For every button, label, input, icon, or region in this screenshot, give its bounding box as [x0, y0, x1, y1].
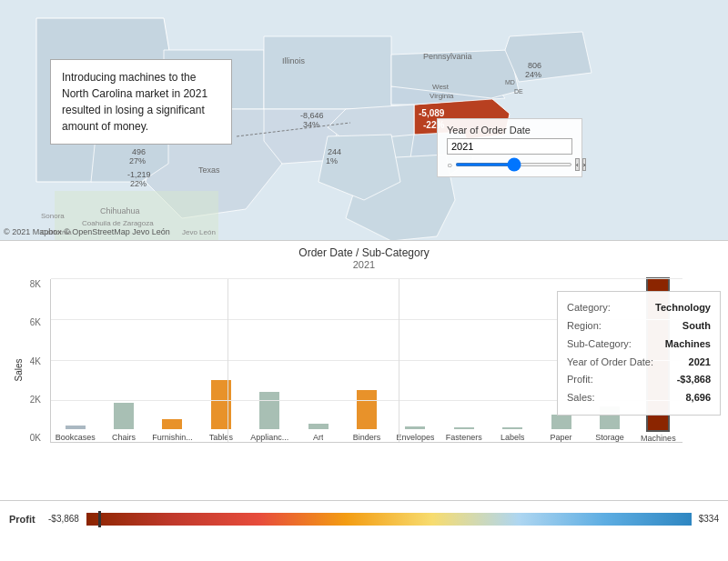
svg-text:-8,646: -8,646 — [300, 111, 324, 120]
map-copyright: © 2021 Mapbox © OpenStreetMap Jevo León — [4, 227, 170, 236]
tt-region-value: South — [682, 317, 711, 336]
profit-gradient-bar — [86, 513, 692, 526]
year-filter-label: Year of Order Date — [447, 125, 572, 135]
chart-section: Order Date / Sub-Category 2021 Sales 8K … — [0, 241, 728, 500]
bar-label: Furnishin... — [152, 433, 193, 442]
svg-text:Illinois: Illinois — [282, 56, 306, 65]
bar-label: Machines — [641, 434, 676, 442]
bar-group[interactable]: Fasteners — [440, 279, 488, 442]
bar-label: Envelopes — [396, 433, 434, 442]
bar-group[interactable]: Labels — [489, 279, 537, 442]
bar-label: Applianc... — [250, 433, 288, 442]
bar-envelopes[interactable] — [405, 426, 425, 429]
bar-bookcases[interactable] — [66, 426, 86, 429]
year-filter[interactable]: Year of Order Date ○ ‹ › — [437, 118, 582, 177]
svg-text:496: 496 — [132, 147, 146, 156]
svg-text:244: 244 — [328, 147, 341, 156]
bar-group[interactable]: Applianc... — [246, 279, 294, 442]
chart-subtitle: 2021 — [0, 259, 728, 270]
svg-text:Virginia: Virginia — [430, 92, 454, 100]
svg-text:806: 806 — [528, 61, 541, 70]
bar-applianc[interactable] — [259, 392, 279, 429]
tt-profit-label: Profit: — [567, 371, 593, 389]
profit-marker — [98, 511, 101, 527]
bar-furnishin[interactable] — [162, 419, 182, 429]
svg-text:Texas: Texas — [198, 165, 220, 175]
tt-year-value: 2021 — [689, 354, 711, 372]
tt-region-label: Region: — [567, 317, 602, 336]
svg-text:Sonora: Sonora — [41, 212, 65, 220]
bar-group[interactable]: Chairs — [99, 279, 147, 442]
bar-binders[interactable] — [357, 390, 377, 429]
profit-section: Profit -$3,868 $334 — [0, 500, 728, 536]
chart-tooltip: Category: Technology Region: South Sub-C… — [557, 291, 721, 416]
profit-max: $334 — [699, 514, 719, 524]
bar-group[interactable]: Bookcases — [51, 279, 99, 442]
bar-label: Bookcases — [56, 433, 96, 442]
tt-profit-value: -$3,868 — [677, 371, 711, 389]
v-divider-1 — [228, 279, 228, 442]
tt-year-label: Year of Order Date: — [567, 354, 653, 372]
svg-text:Pennsylvania: Pennsylvania — [423, 52, 472, 61]
v-divider-2 — [399, 279, 399, 442]
annotation-text: Introducing machines to the North Caroli… — [62, 71, 207, 133]
svg-text:West: West — [432, 83, 450, 91]
svg-text:DE: DE — [514, 88, 523, 95]
bar-chairs[interactable] — [114, 403, 134, 429]
chart-area: Sales 8K 6K 4K 2K 0K BookcasesChairsFurn… — [0, 270, 728, 470]
tt-sales-label: Sales: — [567, 389, 595, 407]
bar-label: Fasteners — [446, 433, 482, 442]
bar-fasteners[interactable] — [454, 427, 474, 429]
svg-text:27%: 27% — [129, 156, 146, 165]
bar-group[interactable]: Binders — [342, 279, 390, 442]
next-year-button[interactable]: › — [582, 158, 587, 171]
bar-label: Tables — [209, 433, 233, 442]
svg-text:Coahuila de Zaragoza: Coahuila de Zaragoza — [82, 219, 154, 227]
svg-text:1%: 1% — [326, 156, 338, 165]
bar-label: Binders — [353, 433, 381, 442]
profit-min: -$3,868 — [48, 514, 79, 524]
year-slider[interactable] — [455, 163, 572, 166]
svg-text:24%: 24% — [525, 70, 541, 79]
bar-paper[interactable] — [551, 415, 571, 429]
svg-text:-1,219: -1,219 — [127, 170, 151, 179]
tt-sales-value: 8,696 — [685, 389, 711, 407]
tt-subcategory-value: Machines — [665, 336, 711, 354]
tt-subcategory-label: Sub-Category: — [567, 336, 632, 354]
tt-category-label: Category: — [567, 299, 611, 317]
profit-label: Profit — [9, 514, 41, 525]
bar-label: Labels — [500, 433, 525, 442]
bar-label: Storage — [595, 433, 624, 442]
year-filter-input[interactable] — [447, 138, 572, 155]
prev-year-button[interactable]: ‹ — [575, 158, 580, 171]
svg-text:Chihuahua: Chihuahua — [100, 206, 140, 215]
annotation-box: Introducing machines to the North Caroli… — [50, 59, 232, 145]
y-axis: 8K 6K 4K 2K 0K — [0, 279, 46, 443]
bar-label: Paper — [551, 433, 572, 442]
svg-text:Jevo León: Jevo León — [182, 228, 216, 236]
svg-text:-5,089: -5,089 — [419, 108, 445, 118]
svg-text:22%: 22% — [130, 179, 147, 188]
svg-text:MD: MD — [505, 79, 515, 85]
tt-category-value: Technology — [655, 299, 711, 317]
chart-title: Order Date / Sub-Category — [0, 241, 728, 259]
map-section: Chihuahua Coahuila de Zaragoza Californi… — [0, 0, 728, 241]
bar-group[interactable]: Art — [294, 279, 342, 442]
bar-group[interactable]: Furnishin... — [148, 279, 197, 442]
bar-label: Art — [313, 433, 324, 442]
bar-group[interactable]: Tables — [197, 279, 245, 442]
bar-label: Chairs — [112, 433, 136, 442]
bar-art[interactable] — [308, 424, 329, 429]
bar-labels[interactable] — [502, 427, 522, 429]
grid-line-8k — [51, 278, 682, 279]
